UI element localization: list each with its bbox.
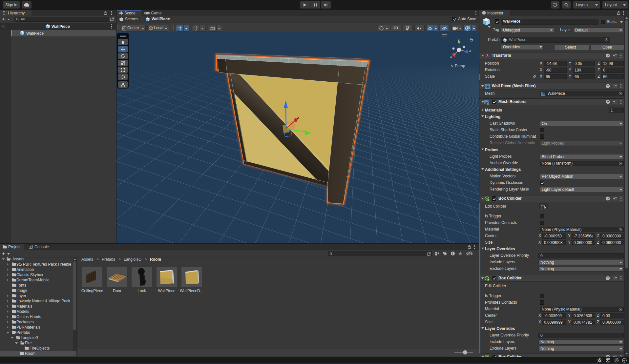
svg-text:?: ? [607, 54, 609, 57]
svg-text:?: ? [607, 85, 609, 88]
svg-text:5: 5 [471, 252, 472, 255]
svg-text:?: ? [607, 277, 609, 280]
svg-text:?: ? [607, 100, 609, 104]
svg-text:?: ? [607, 197, 609, 200]
svg-text:Y: Y [179, 28, 181, 30]
